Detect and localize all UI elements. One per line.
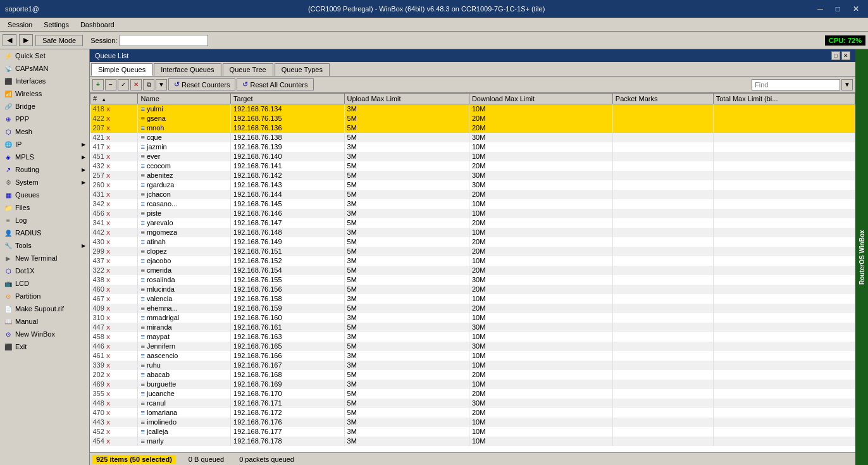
cell-target: 192.168.76.178 <box>231 437 344 446</box>
find-dropdown-button[interactable]: ▼ <box>841 79 853 90</box>
sidebar-item-system[interactable]: ⚙ System ▶ <box>0 176 89 189</box>
sidebar-item-partition[interactable]: ⊙ Partition <box>0 290 89 302</box>
table-row[interactable]: 299 X ≡ clopez 192.168.76.151 5M 20M <box>90 247 855 256</box>
back-button[interactable]: ◀ <box>3 34 16 46</box>
col-total[interactable]: Total Max Limit (bi... <box>713 94 855 104</box>
sidebar-item-tools[interactable]: 🔧 Tools ▶ <box>0 239 89 252</box>
find-input[interactable] <box>752 79 840 90</box>
minimize-button[interactable]: ─ <box>814 3 827 15</box>
table-row[interactable]: 452 X ≡ jcalleja 192.168.76.177 3M 10M <box>90 427 855 437</box>
table-row[interactable]: 202 X ≡ abacab 192.168.76.168 5M 20M <box>90 370 855 380</box>
table-row[interactable]: 467 X ≡ valencia 192.168.76.158 3M 10M <box>90 294 855 304</box>
table-row[interactable]: 458 X ≡ maypat 192.168.76.163 3M 10M <box>90 332 855 342</box>
sidebar-item-routing[interactable]: ↗ Routing ▶ <box>0 163 89 176</box>
table-row[interactable]: 322 X ≡ cmerida 192.168.76.154 5M 20M <box>90 266 855 275</box>
table-row[interactable]: 260 X ≡ rgarduza 192.168.76.143 5M 30M <box>90 180 855 190</box>
tab-queue-types[interactable]: Queue Types <box>275 63 330 76</box>
table-row[interactable]: 461 X ≡ aascencio 192.168.76.166 3M 10M <box>90 351 855 361</box>
table-row[interactable]: 437 X ≡ ejacobo 192.168.76.152 3M 10M <box>90 256 855 266</box>
table-row[interactable]: 470 X ≡ lomariana 192.168.76.172 5M 20M <box>90 408 855 418</box>
table-row[interactable]: 409 X ≡ ehemna... 192.168.76.159 5M 20M <box>90 304 855 313</box>
table-row[interactable]: 342 X ≡ rcasano... 192.168.76.145 3M 10M <box>90 199 855 209</box>
sidebar-item-new-terminal[interactable]: ▶ New Terminal <box>0 252 89 264</box>
col-name[interactable]: Name <box>138 94 231 104</box>
col-target[interactable]: Target <box>231 94 344 104</box>
sidebar-item-mpls[interactable]: ◈ MPLS ▶ <box>0 151 89 163</box>
table-row[interactable]: 341 X ≡ yarevalo 192.168.76.147 5M 20M <box>90 218 855 228</box>
sidebar-item-bridge[interactable]: 🔗 Bridge <box>0 100 89 113</box>
table-row[interactable]: 355 X ≡ jucanche 192.168.76.170 5M 20M <box>90 389 855 399</box>
col-marks[interactable]: Packet Marks <box>612 94 713 104</box>
close-button[interactable]: ✕ <box>849 3 863 15</box>
sidebar-item-lcd[interactable]: 📺 LCD <box>0 277 89 290</box>
col-upload[interactable]: Upload Max Limit <box>344 94 469 104</box>
col-download[interactable]: Download Max Limit <box>469 94 612 104</box>
tab-simple-queues[interactable]: Simple Queues <box>91 63 152 76</box>
sidebar-item-wireless[interactable]: 📶 Wireless <box>0 87 89 100</box>
table-row[interactable]: 430 X ≡ atinah 192.168.76.149 5M 20M <box>90 237 855 247</box>
sidebar-item-files[interactable]: 📁 Files <box>0 201 89 214</box>
table-row[interactable]: 456 X ≡ piste 192.168.76.146 3M 10M <box>90 209 855 218</box>
sidebar-item-exit[interactable]: ⬛ Exit <box>0 340 89 353</box>
table-row[interactable]: 443 X ≡ imolinedo 192.168.76.176 3M 10M <box>90 418 855 427</box>
table-row[interactable]: 431 X ≡ jchacon 192.168.76.144 5M 20M <box>90 190 855 199</box>
panel-close-button[interactable]: ✕ <box>841 51 850 60</box>
title-right[interactable]: ─ □ ✕ <box>814 3 863 15</box>
sidebar-item-interfaces[interactable]: ⬛ Interfaces <box>0 75 89 87</box>
table-row[interactable]: 417 X ≡ jazmin 192.168.76.139 3M 10M <box>90 142 855 152</box>
table-row[interactable]: 422 X ≡ gsena 192.168.76.135 5M 20M <box>90 114 855 123</box>
sidebar-item-log[interactable]: ≡ Log <box>0 214 89 226</box>
table-row[interactable]: 339 X ≡ ruhu 192.168.76.167 3M 10M <box>90 361 855 370</box>
reset-all-counters-button[interactable]: ↺ Reset All Counters <box>237 78 313 90</box>
queue-table-container[interactable]: # ▲ Name Target Upload Max Limit Downloa… <box>90 93 855 452</box>
table-row[interactable]: 454 X ≡ marly 192.168.76.178 3M 10M <box>90 437 855 446</box>
table-row[interactable]: 446 X ≡ Jennifern 192.168.76.165 5M 30M <box>90 342 855 351</box>
table-row[interactable]: 310 X ≡ mmadrigal 192.168.76.160 3M 10M <box>90 313 855 323</box>
cell-target: 192.168.76.139 <box>231 142 344 152</box>
title-bar: soporte1@ (CCR1009 Pedregal) - WinBox (6… <box>0 0 868 18</box>
sidebar-item-quick-set[interactable]: ⚡ Quick Set <box>0 49 89 62</box>
sidebar-item-make-supout[interactable]: 📄 Make Supout.rif <box>0 302 89 315</box>
menu-settings[interactable]: Settings <box>39 20 74 30</box>
enable-button[interactable]: ✓ <box>118 79 129 90</box>
copy-button[interactable]: ⧉ <box>143 79 154 90</box>
menu-session[interactable]: Session <box>3 20 37 30</box>
forward-button[interactable]: ▶ <box>19 34 33 46</box>
sidebar-item-dot1x[interactable]: ⬡ Dot1X <box>0 264 89 277</box>
remove-button[interactable]: − <box>105 79 116 90</box>
sidebar-item-ip[interactable]: 🌐 IP ▶ <box>0 138 89 151</box>
table-row[interactable]: 448 X ≡ rcanul 192.168.76.171 5M 30M <box>90 399 855 408</box>
filter-button[interactable]: ▼ <box>156 79 167 90</box>
menu-dashboard[interactable]: Dashboard <box>75 20 120 30</box>
table-row[interactable]: 257 X ≡ abenitez 192.168.76.142 5M 30M <box>90 171 855 180</box>
table-row[interactable]: 447 X ≡ miranda 192.168.76.161 5M 30M <box>90 323 855 332</box>
sidebar-item-ppp[interactable]: ⊕ PPP <box>0 113 89 125</box>
table-row[interactable]: 418 X ≡ yulmi 192.168.76.134 3M 10M <box>90 104 855 114</box>
table-row[interactable]: 438 X ≡ rosalinda 192.168.76.155 5M 30M <box>90 275 855 285</box>
col-num[interactable]: # ▲ <box>90 94 138 104</box>
table-row[interactable]: 207 X ≡ mnoh 192.168.76.136 5M 20M <box>90 123 855 133</box>
table-row[interactable]: 451 X ≡ ever 192.168.76.140 3M 10M <box>90 152 855 161</box>
tab-interface-queues[interactable]: Interface Queues <box>154 63 221 76</box>
table-row[interactable]: 432 X ≡ ccocom 192.168.76.141 5M 20M <box>90 161 855 171</box>
sidebar-item-mesh[interactable]: ⬡ Mesh <box>0 125 89 138</box>
table-row[interactable]: 469 X ≡ burguette 192.168.76.169 3M 10M <box>90 380 855 389</box>
table-row[interactable]: 442 X ≡ mgomeza 192.168.76.148 3M 10M <box>90 228 855 237</box>
maximize-button[interactable]: □ <box>832 3 844 15</box>
add-button[interactable]: + <box>92 79 104 90</box>
safe-mode-button[interactable]: Safe Mode <box>35 35 83 46</box>
table-row[interactable]: 421 X ≡ cque 192.168.76.138 5M 30M <box>90 133 855 142</box>
table-row[interactable]: 460 X ≡ mlucinda 192.168.76.156 5M 20M <box>90 285 855 294</box>
sidebar-item-new-winbox[interactable]: ⊙ New WinBox <box>0 328 89 340</box>
sidebar-item-capsman[interactable]: 📡 CAPsMAN <box>0 62 89 75</box>
sidebar-item-manual[interactable]: 📖 Manual <box>0 315 89 328</box>
disable-button[interactable]: ✕ <box>130 79 142 90</box>
sidebar-item-queues[interactable]: ▦ Queues <box>0 189 89 201</box>
reset-counters-button[interactable]: ↺ Reset Counters <box>168 78 235 90</box>
session-input[interactable] <box>120 35 208 46</box>
panel-restore-button[interactable]: □ <box>831 51 840 60</box>
cell-marks <box>612 370 713 380</box>
cell-num: 202 X <box>90 370 138 380</box>
tab-queue-tree[interactable]: Queue Tree <box>223 63 273 76</box>
sidebar-item-radius[interactable]: 👤 RADIUS <box>0 226 89 239</box>
